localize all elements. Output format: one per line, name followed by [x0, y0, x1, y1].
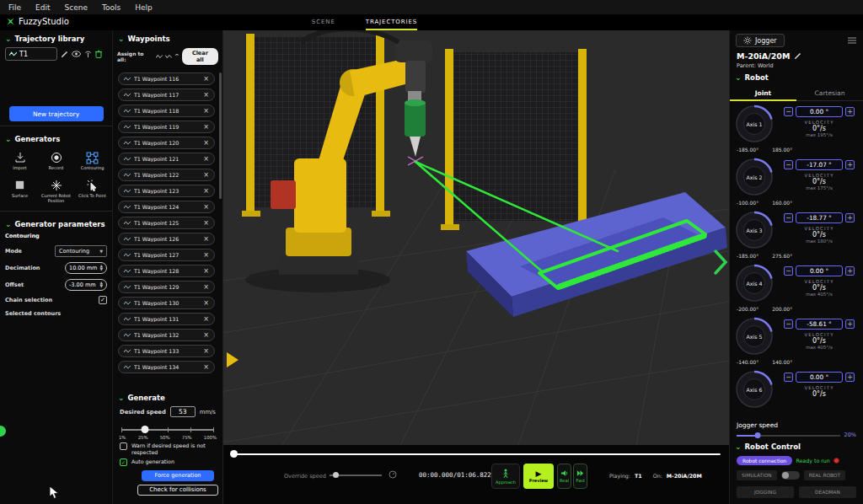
menu-item-file[interactable]: File — [8, 3, 21, 12]
timeline-slider[interactable] — [230, 450, 721, 458]
axis-angle-value[interactable]: -58.61 ° — [796, 319, 843, 330]
remove-waypoint-button[interactable]: × — [203, 316, 209, 323]
override-speed-slider[interactable] — [330, 471, 382, 480]
waypoint-item[interactable]: T1 Waypoint 125× — [118, 217, 215, 229]
axis-minus-button[interactable]: − — [784, 373, 793, 382]
remove-waypoint-button[interactable]: × — [203, 76, 209, 83]
generator-click-to-point[interactable]: Click To Point — [74, 179, 110, 204]
menu-item-help[interactable]: Help — [135, 3, 153, 12]
remove-waypoint-button[interactable]: × — [203, 220, 209, 227]
axis-plus-button[interactable]: + — [845, 319, 855, 329]
jogger-speed-slider[interactable] — [737, 432, 840, 438]
new-trajectory-button[interactable]: New trajectory — [9, 106, 104, 121]
axis-angle-value[interactable]: 0.00 ° — [796, 372, 843, 383]
generate-header[interactable]: ⌄ Generate — [113, 389, 222, 405]
axis-plus-button[interactable]: + — [845, 160, 855, 169]
waypoint-item[interactable]: T1 Waypoint 127× — [118, 249, 215, 261]
remove-waypoint-button[interactable]: × — [203, 140, 209, 147]
generator-current-robot-position[interactable]: Current Robot Position — [38, 179, 74, 204]
remove-waypoint-button[interactable]: × — [203, 92, 209, 99]
remove-waypoint-button[interactable]: × — [203, 348, 209, 355]
menu-item-edit[interactable]: Edit — [35, 3, 50, 12]
waypoint-item[interactable]: T1 Waypoint 129× — [118, 281, 215, 293]
deadman-button[interactable]: DEADMAN — [799, 486, 856, 498]
axis-minus-button[interactable]: − — [784, 213, 793, 223]
real-button[interactable]: Real — [557, 464, 571, 489]
waypoint-item[interactable]: T1 Waypoint 122× — [118, 169, 215, 181]
fwd-button[interactable]: Fwd — [573, 464, 587, 489]
preview-button[interactable]: ▶ Preview — [523, 464, 554, 489]
generator-parameters-header[interactable]: ⌄ Generator parameters — [0, 216, 112, 231]
offset-stepper[interactable]: -3.00 mm ▲▼ — [65, 279, 107, 291]
waypoint-item[interactable]: T1 Waypoint 119× — [118, 121, 215, 133]
axis-knob[interactable]: Axis 3 — [735, 211, 774, 249]
jogger-speed-handle[interactable] — [754, 432, 760, 438]
decimation-stepper[interactable]: 10.00 mm ▲▼ — [65, 262, 107, 274]
waypoint-item[interactable]: T1 Waypoint 118× — [118, 105, 215, 117]
axis-angle-value[interactable]: -18.77 ° — [796, 212, 843, 223]
desired-speed-slider[interactable] — [121, 426, 214, 434]
axis-knob[interactable]: Axis 1 — [735, 105, 774, 143]
assign-approach-icon[interactable]: ^ — [174, 53, 180, 60]
real-robot-button[interactable]: REAL ROBOT — [804, 470, 845, 480]
viewport-3d[interactable] — [223, 30, 729, 445]
remove-waypoint-button[interactable]: × — [203, 332, 209, 339]
axis-plus-button[interactable]: + — [845, 107, 855, 116]
tab-trajectories[interactable]: TRAJECTORIES — [366, 14, 417, 30]
generator-record[interactable]: Record — [38, 151, 74, 171]
waypoint-item[interactable]: T1 Waypoint 116× — [118, 72, 215, 85]
trajectory-library-header[interactable]: ⌄ Trajectory library — [0, 30, 112, 46]
robot-connection-button[interactable]: Robot connection — [737, 456, 792, 465]
waypoint-item[interactable]: T1 Waypoint 121× — [118, 153, 215, 165]
axis-angle-value[interactable]: 0.00 ° — [796, 265, 843, 276]
axis-angle-value[interactable]: -17.07 ° — [796, 159, 843, 170]
axis-knob[interactable]: Axis 6 — [735, 370, 774, 409]
menu-item-tools[interactable]: Tools — [102, 3, 121, 12]
remove-waypoint-button[interactable]: × — [203, 108, 209, 115]
jogger-header[interactable]: Jogger — [736, 34, 785, 47]
remove-waypoint-button[interactable]: × — [203, 364, 209, 371]
axis-minus-button[interactable]: − — [784, 319, 793, 329]
assign-speed-icon[interactable] — [156, 54, 163, 59]
waypoint-item[interactable]: T1 Waypoint 124× — [118, 201, 215, 213]
waypoint-item[interactable]: T1 Waypoint 133× — [118, 345, 215, 357]
generator-contouring[interactable]: Contouring — [74, 151, 110, 171]
generators-header[interactable]: ⌄ Generators — [0, 131, 112, 146]
jogger-tab-cartesian[interactable]: Cartesian — [796, 86, 863, 101]
clear-all-button[interactable]: Clear all — [182, 48, 218, 65]
axis-plus-button[interactable]: + — [845, 373, 855, 382]
remove-waypoint-button[interactable]: × — [203, 284, 209, 291]
waypoint-item[interactable]: T1 Waypoint 120× — [118, 137, 215, 149]
axis-knob[interactable]: Axis 5 — [735, 317, 774, 356]
jogging-button[interactable]: JOGGING — [737, 486, 794, 498]
robot-section-header[interactable]: ⌄ Robot — [730, 69, 863, 84]
stepper-arrows-icon[interactable]: ▲▼ — [100, 281, 103, 288]
waypoint-item[interactable]: T1 Waypoint 134× — [118, 361, 215, 373]
approach-button[interactable]: Approach — [491, 464, 520, 489]
override-speed-handle[interactable] — [333, 472, 339, 478]
jogger-tab-joint[interactable]: Joint — [730, 86, 796, 101]
force-generation-button[interactable]: Force generation — [142, 470, 214, 481]
axis-angle-value[interactable]: 0.00 ° — [796, 106, 843, 117]
axis-plus-button[interactable]: + — [845, 213, 855, 223]
menu-item-scene[interactable]: Scene — [65, 3, 88, 12]
axis-minus-button[interactable]: − — [784, 160, 793, 169]
waypoints-header[interactable]: ⌄ Waypoints — [113, 30, 222, 46]
edit-icon[interactable] — [61, 51, 68, 58]
remove-waypoint-button[interactable]: × — [203, 204, 209, 211]
sim-real-toggle[interactable] — [781, 471, 800, 480]
slider-handle[interactable] — [141, 426, 148, 433]
chain-selection-checkbox[interactable]: ✓ — [99, 296, 107, 304]
panel-menu-icon[interactable] — [847, 36, 857, 45]
remove-waypoint-button[interactable]: × — [203, 156, 209, 163]
generator-import[interactable]: Import — [2, 151, 38, 171]
axis-minus-button[interactable]: − — [784, 266, 793, 276]
axis-minus-button[interactable]: − — [784, 107, 793, 116]
axis-knob[interactable]: Axis 4 — [735, 264, 774, 303]
trajectory-item[interactable]: T1 — [5, 47, 57, 61]
waypoint-item[interactable]: T1 Waypoint 126× — [118, 233, 215, 245]
desired-speed-input[interactable]: 53 — [170, 406, 196, 417]
robot-control-header[interactable]: ⌄ Robot Control — [730, 438, 863, 453]
remove-waypoint-button[interactable]: × — [203, 300, 209, 307]
remove-waypoint-button[interactable]: × — [203, 188, 209, 195]
